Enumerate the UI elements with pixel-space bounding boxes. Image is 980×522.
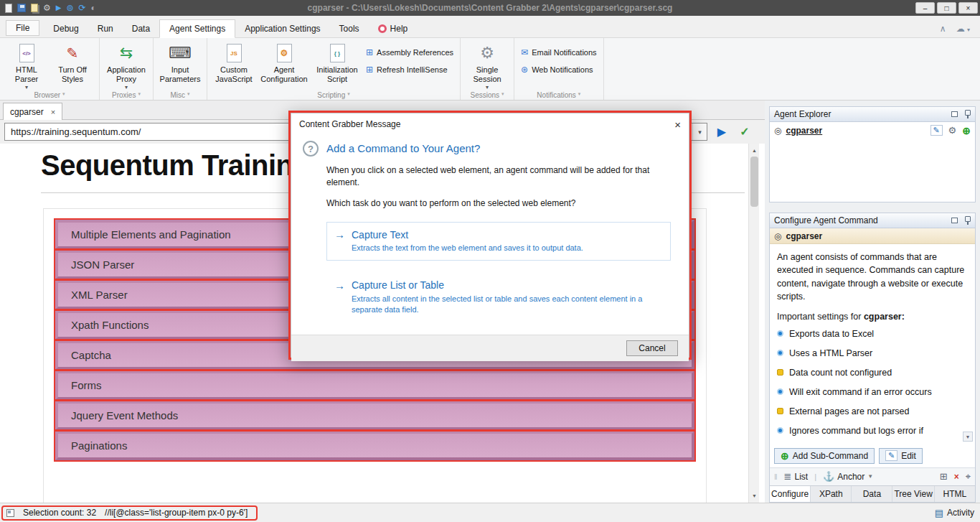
float-panel-icon[interactable]	[951, 218, 958, 223]
cloud-icon[interactable]: ☁ ▾	[956, 24, 970, 34]
save-icon[interactable]	[17, 4, 26, 12]
float-panel-icon[interactable]	[951, 111, 958, 117]
group-label-notifications: Notifications▾	[514, 91, 603, 99]
group-label-misc: Misc▾	[154, 91, 207, 99]
configure-panel-header: Configure Agent Command	[769, 213, 976, 228]
agent-tree-item[interactable]: ◎ cgparser ✎ ⚙ ⊕	[770, 122, 975, 139]
refresh-icon[interactable]: ⟳	[79, 4, 86, 12]
settings-gear-icon[interactable]: ⚙	[43, 4, 51, 12]
copy-icon[interactable]	[31, 4, 38, 12]
collapse-ribbon-icon[interactable]: ∧	[940, 24, 946, 34]
agent-settings-icon[interactable]: ⚙	[948, 125, 957, 136]
publish-globe-icon[interactable]: ⊚	[66, 4, 73, 12]
edit-button[interactable]: ✎ Edit	[879, 448, 923, 464]
clear-selection-icon[interactable]: ×	[954, 472, 959, 482]
new-document-icon[interactable]	[5, 4, 12, 13]
url-dropdown-icon[interactable]: ▾	[692, 123, 707, 140]
custom-javascript-button[interactable]: JS Custom JavaScript	[211, 40, 257, 83]
grid-select-icon[interactable]: ⊞	[940, 471, 948, 482]
agent-description: An agent consists of commands that are e…	[770, 244, 975, 304]
minimize-button[interactable]: –	[915, 2, 935, 14]
tab-data[interactable]: Data	[852, 486, 892, 502]
tab-xpath[interactable]: XPath	[811, 486, 852, 502]
add-agent-icon[interactable]: ⊕	[962, 125, 971, 136]
scroll-up-icon[interactable]: ▲	[749, 145, 760, 156]
add-sub-command-button[interactable]: ⊕ Add Sub-Command	[774, 448, 875, 464]
group-launcher-icon[interactable]: ▾	[138, 91, 141, 99]
selected-command-row[interactable]: ◎ cgparser	[770, 228, 975, 244]
group-launcher-icon[interactable]: ▾	[62, 91, 65, 99]
run-icon[interactable]: ▶	[56, 4, 62, 11]
list-tool-button[interactable]: ≣ List	[784, 471, 809, 482]
web-notifications-button[interactable]: ⊛ Web Notifications	[521, 65, 597, 75]
email-notifications-button[interactable]: ✉ Email Notifications	[521, 47, 597, 57]
menu-run[interactable]: Run	[88, 20, 123, 37]
assembly-references-button[interactable]: ⊞ Assembly References	[366, 47, 453, 57]
input-parameters-button[interactable]: ⌨ Input Parameters	[157, 40, 203, 83]
menu-right-icons: ∧ ☁ ▾	[940, 24, 980, 37]
html-parser-button[interactable]: </> HTML Parser ▾	[4, 40, 50, 90]
scrollbar-thumb[interactable]	[750, 157, 758, 207]
ribbon-group-notifications: ✉ Email Notifications ⊛ Web Notification…	[514, 38, 604, 100]
anchor-tool-button[interactable]: ⚓ Anchor ▼	[823, 471, 873, 482]
arrow-right-icon: →	[334, 228, 345, 241]
tab-html[interactable]: HTML	[935, 486, 975, 502]
pin-icon[interactable]	[964, 216, 971, 225]
page-heading: Sequentum Training	[41, 149, 310, 182]
web-notifications-icon: ⊛	[521, 65, 528, 75]
close-button[interactable]: ×	[958, 2, 978, 14]
group-launcher-icon[interactable]: ▾	[501, 91, 504, 99]
menu-help[interactable]: Help	[369, 20, 418, 37]
capture-list-option[interactable]: → Capture List or Table Extracts all con…	[326, 273, 671, 322]
scroll-down-icon[interactable]: ▼	[749, 490, 760, 501]
menu-file[interactable]: File	[6, 20, 39, 36]
settings-scroll-down-icon[interactable]: ▼	[963, 432, 973, 442]
single-session-button[interactable]: ⚙ Single Session ▾	[464, 40, 510, 90]
navigate-button[interactable]: ▶	[713, 125, 730, 139]
dialog-close-icon[interactable]: ×	[674, 118, 681, 131]
turn-off-styles-button[interactable]: ✎ Turn Off Styles	[50, 40, 95, 83]
list-item[interactable]: Forms	[55, 370, 694, 400]
browser-tab-cgparser[interactable]: cgparser ×	[3, 103, 62, 120]
group-launcher-icon[interactable]: ▾	[578, 91, 581, 99]
activity-button[interactable]: ▤ Activity	[935, 508, 980, 518]
dialog-body: ? Add a Command to Your Agent? When you …	[291, 135, 689, 335]
menu-agent-settings[interactable]: Agent Settings	[159, 19, 235, 38]
maximize-button[interactable]: □	[937, 2, 956, 14]
filter-icon[interactable]: ▼	[867, 473, 873, 480]
menu-application-settings[interactable]: Application Settings	[235, 20, 329, 37]
edit-icon: ✎	[885, 450, 897, 461]
menu-debug[interactable]: Debug	[44, 20, 88, 37]
application-proxy-button[interactable]: ⇆ Application Proxy ▾	[103, 40, 149, 90]
theme-contrast-icon[interactable]: ◐	[91, 4, 96, 12]
setting-item: External pages are not parsed	[777, 406, 968, 416]
menu-tools[interactable]: Tools	[330, 20, 369, 37]
tab-close-icon[interactable]: ×	[51, 108, 55, 116]
list-item[interactable]: Paginations	[55, 431, 694, 460]
group-launcher-icon[interactable]: ▾	[187, 91, 190, 99]
important-settings-label: Important settings for cgparser:	[770, 304, 975, 326]
tab-configure[interactable]: Configure	[770, 486, 811, 502]
group-launcher-icon[interactable]: ▾	[347, 91, 350, 99]
refresh-intellisense-label: Refresh IntelliSense	[377, 65, 447, 74]
help-icon	[378, 24, 387, 33]
refresh-intellisense-icon: ⊞	[366, 65, 373, 75]
initialization-script-button[interactable]: { } Initialization Script	[311, 40, 363, 83]
page-scrollbar[interactable]: ▲ ▼	[748, 144, 759, 503]
cancel-button[interactable]: Cancel	[626, 340, 678, 356]
list-item[interactable]: Jquery Event Methods	[55, 401, 694, 430]
activity-label: Activity	[947, 508, 974, 518]
dialog-title-bar[interactable]: Content Grabber Message ×	[291, 113, 689, 135]
capture-text-option[interactable]: → Capture Text Extracts the text from th…	[326, 222, 671, 260]
confirm-button[interactable]: ✓	[736, 125, 753, 139]
crosshair-icon[interactable]: ⌖	[966, 471, 971, 483]
agent-name[interactable]: cgparser	[786, 126, 822, 136]
refresh-intellisense-button[interactable]: ⊞ Refresh IntelliSense	[366, 65, 453, 75]
pin-icon[interactable]	[964, 110, 971, 119]
edit-agent-icon[interactable]: ✎	[930, 125, 943, 136]
tab-tree-view[interactable]: Tree View	[892, 486, 934, 502]
agent-configuration-button[interactable]: ⚙ Agent Configuration	[257, 40, 311, 83]
agent-explorer-header: Agent Explorer	[769, 106, 976, 122]
menu-data[interactable]: Data	[123, 20, 159, 37]
dialog-highlight-outline: Content Grabber Message × ? Add a Comman…	[288, 111, 692, 360]
